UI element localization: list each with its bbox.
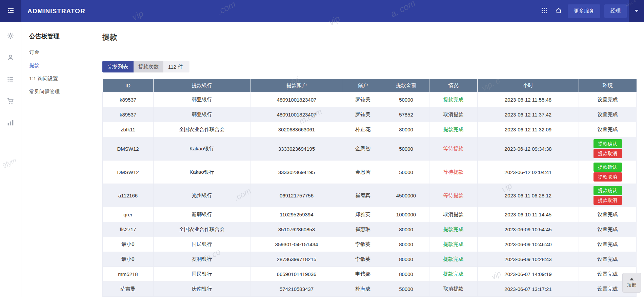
cell-amount: 1000000 (383, 207, 429, 222)
cell-id: a112166 (103, 184, 154, 207)
sidebar-item-withdrawal[interactable]: 提款 (29, 62, 39, 69)
cell-bank: 韩亚银行 (154, 107, 250, 122)
cell-holder: 郑雅英 (343, 207, 383, 222)
page-title: 提款 (102, 32, 644, 42)
table-row: k89537韩亚银行48091001823407罗铉美57852取消提款2023… (103, 107, 637, 122)
withdraw-confirm-button[interactable]: 提款确认 (593, 139, 622, 148)
cell-holder: 罗铉美 (343, 107, 383, 122)
cell-status: 取消提款 (429, 107, 478, 122)
cell-amount: 50000 (383, 161, 429, 184)
sidebar-item-faq-management[interactable]: 常见问题管理 (29, 89, 60, 95)
cell-account: 3020683663061 (250, 122, 343, 137)
table-row: a112166光州银行069121757756崔宥真4500000等待提款202… (103, 184, 637, 207)
cell-holder: 金恩智 (343, 137, 383, 161)
cell-bank: Kakao银行 (154, 161, 250, 184)
apps-grid-icon (541, 7, 547, 15)
cell-time: 2023-06-12 02:04:41 (478, 161, 579, 184)
table-row: DMSW12Kakao银行3333023694195金恩智50000等待提款20… (103, 137, 637, 161)
withdraw-cancel-button[interactable]: 提款取消 (593, 149, 622, 158)
record-count-value: 112 (168, 64, 176, 70)
cell-env: 设置完成 (579, 92, 637, 107)
cell-status: 提款完成 (429, 252, 478, 267)
full-list-button[interactable]: 完整列表 (102, 61, 134, 72)
table-body: k89537韩亚银行48091001823407罗铉美50000提款完成2023… (103, 92, 637, 297)
top-navbar: ADMINISTRATOR 更多服务 经理 (0, 0, 644, 22)
orders-rail-button[interactable] (4, 94, 17, 108)
cell-time: 2023-06-12 11:37:42 (478, 107, 579, 122)
cell-time: 2023-06-12 09:34:38 (478, 137, 579, 161)
sidebar-item-inquiry-settings[interactable]: 1:1 询问设置 (29, 76, 58, 82)
back-to-top-button[interactable]: 顶部 (622, 273, 641, 293)
users-rail-button[interactable] (4, 51, 17, 65)
withdraw-count-button[interactable]: 提款次数 (134, 61, 163, 72)
cell-id: qrer (103, 207, 154, 222)
cell-time: 2023-06-12 11:32:09 (478, 122, 579, 137)
column-header: 提款账户 (250, 79, 343, 92)
table-row: 最小0友利银行28736399718215李敏英80000提款完成2023-06… (103, 252, 637, 267)
column-header: 提款银行 (154, 79, 250, 92)
cell-bank: 庆南银行 (154, 282, 250, 297)
cell-bank: 全国农业合作联合会 (154, 222, 250, 237)
cell-amount: 80000 (383, 122, 429, 137)
sidebar-item-deposit[interactable]: 订金 (29, 49, 39, 56)
cell-env: 设置完成 (579, 107, 637, 122)
cell-env: 设置完成 (579, 222, 637, 237)
table-row: 萨吉曼庆南银行574210583437朴海成50000取消提款2023-06-0… (103, 282, 637, 297)
withdraw-cancel-button[interactable]: 提款取消 (593, 172, 622, 182)
back-to-top-label: 顶部 (627, 282, 637, 288)
cell-env: 设置完成 (579, 207, 637, 222)
table-row: mm5218国民银行66590101419036申铉娜80000提款完成2023… (103, 267, 637, 282)
app-title: ADMINISTRATOR (27, 7, 85, 15)
cell-bank: 光州银行 (154, 184, 250, 207)
cell-status: 取消提款 (429, 207, 478, 222)
withdraw-confirm-button[interactable]: 提款确认 (593, 163, 622, 172)
account-dropdown-button[interactable] (629, 0, 644, 22)
cell-status: 等待提款 (429, 184, 478, 207)
table-row: qrer新韩银行110295259394郑雅英1000000取消提款2023-0… (103, 207, 637, 222)
cell-time: 2023-06-07 14:09:19 (478, 267, 579, 282)
cell-account: 359301-04-151434 (250, 237, 343, 252)
manager-button[interactable]: 经理 (604, 4, 627, 18)
gear-icon (7, 32, 14, 41)
list-rail-button[interactable] (4, 73, 17, 86)
cell-account: 574210583437 (250, 282, 343, 297)
cell-time: 2023-06-10 11:14:45 (478, 207, 579, 222)
cell-holder: 罗铉美 (343, 92, 383, 107)
withdraw-cancel-button[interactable]: 提款取消 (593, 196, 622, 205)
cell-bank: 友利银行 (154, 252, 250, 267)
settings-rail-button[interactable] (4, 29, 17, 43)
cell-account: 3333023694195 (250, 137, 343, 161)
more-services-button[interactable]: 更多服务 (568, 4, 600, 18)
sidebar-toggle-icon (7, 7, 15, 16)
cell-account: 069121757756 (250, 184, 343, 207)
cell-id: mm5218 (103, 267, 154, 282)
cell-amount: 50000 (383, 137, 429, 161)
cell-holder: 崔惠琳 (343, 222, 383, 237)
cell-account: 66590101419036 (250, 267, 343, 282)
cell-status: 提款完成 (429, 92, 478, 107)
withdraw-confirm-button[interactable]: 提款确认 (593, 186, 622, 195)
cell-account: 48091001823407 (250, 92, 343, 107)
cell-account: 48091001823407 (250, 107, 343, 122)
cell-time: 2023-06-09 10:28:43 (478, 252, 579, 267)
stats-rail-button[interactable] (4, 116, 17, 130)
apps-grid-button[interactable] (537, 0, 551, 22)
home-button[interactable] (551, 0, 566, 22)
table-row: zbfk11全国农业合作联合会3020683663061朴正花80000提款完成… (103, 122, 637, 137)
cell-id: 最小0 (103, 237, 154, 252)
cell-env: 设置完成 (579, 237, 637, 252)
table-header-row: ID提款银行提款账户储户提款金额情况小时环境 (103, 79, 637, 92)
cell-holder: 李敏英 (343, 237, 383, 252)
cell-id: zbfk11 (103, 122, 154, 137)
cell-time: 2023-06-09 10:54:45 (478, 222, 579, 237)
cell-status: 等待提款 (429, 161, 478, 184)
cell-account: 28736399718215 (250, 252, 343, 267)
sidebar-toggle-button[interactable] (0, 0, 21, 22)
cell-env: 提款确认提款取消 (579, 184, 637, 207)
cell-holder: 申铉娜 (343, 267, 383, 282)
cell-holder: 朴海成 (343, 282, 383, 297)
column-header: ID (103, 79, 154, 92)
sidebar-section-title: 公告板管理 (29, 32, 85, 40)
column-header: 储户 (343, 79, 383, 92)
cell-env: 设置完成 (579, 122, 637, 137)
